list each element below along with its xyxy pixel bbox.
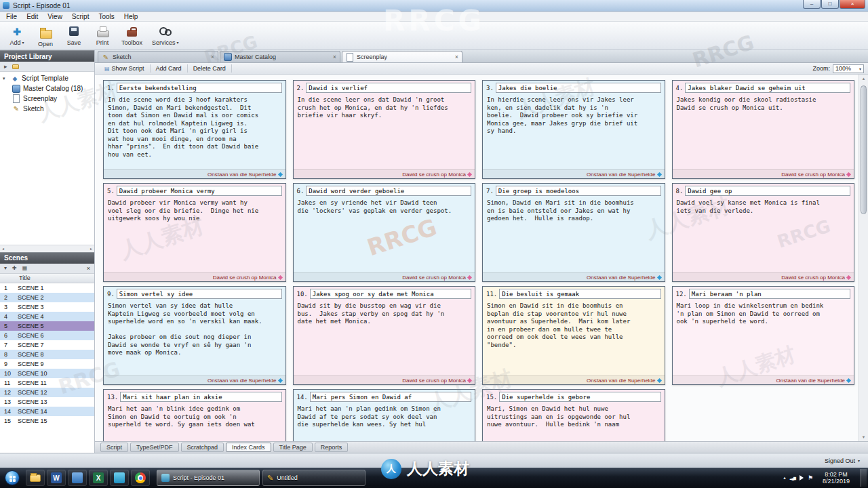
card-title-input[interactable]: Jakes blaker Dawid se geheim uit	[685, 83, 850, 93]
card-body-text[interactable]: In die scene leer ons dat Dawid 'n groot…	[294, 94, 475, 169]
scene-row-15[interactable]: 15SCENE 15	[0, 416, 94, 426]
index-card-1[interactable]: 1.Eerste bekendstellingIn die scene word…	[103, 80, 286, 179]
close-icon[interactable]: ×	[455, 54, 458, 60]
card-body-text[interactable]: Dawid voel sy kanse met Monica is final …	[673, 197, 854, 272]
card-title-input[interactable]: Mari sit haar plan in aksie	[120, 392, 281, 402]
card-title-input[interactable]: Jakes die boelie	[496, 83, 661, 93]
view-tab-scratchpad[interactable]: Scratchpad	[181, 443, 224, 452]
view-tab-reports[interactable]: Reports	[315, 443, 349, 452]
scene-row-13[interactable]: 13SCENE 13	[0, 397, 94, 407]
library-item-sketch[interactable]: Sketch	[0, 104, 94, 114]
scene-row-8[interactable]: 8SCENE 8	[0, 350, 94, 359]
toolbox-button[interactable]: Toolbox	[118, 23, 146, 49]
card-body-text[interactable]: Simon, Dawid en Mari sit in die boomhuis…	[483, 197, 665, 272]
tree-horizontal-scrollbar[interactable]: ◂ ▸	[0, 245, 94, 252]
network-icon[interactable]: ▂▄▆	[790, 476, 795, 480]
index-card-11[interactable]: 11.Die besluit is gemaakSimon en Dawid s…	[482, 286, 665, 385]
card-title-input[interactable]: Dawid gee op	[685, 186, 850, 196]
view-tab-typeset-pdf[interactable]: TypeSet/PDF	[130, 443, 179, 452]
view-tab-script[interactable]: Script	[100, 443, 128, 452]
view-tab-title-page[interactable]: Title Page	[273, 443, 313, 452]
tab-screenplay[interactable]: Screenplay×	[342, 51, 462, 62]
card-category-label[interactable]: Dawid se crush op Monica	[213, 274, 277, 281]
grid-icon[interactable]: ▦	[22, 265, 28, 271]
index-card-9[interactable]: 9.Simon vertel sy ideeSimon vertel van s…	[103, 286, 286, 385]
add-card-button[interactable]: Add Card	[151, 64, 188, 73]
card-category-label[interactable]: Dawid se crush op Monica	[781, 171, 845, 178]
menu-edit[interactable]: Edit	[22, 12, 43, 21]
card-body-text[interactable]: Dawid sit by die busstop en wag vir die …	[294, 300, 475, 375]
scene-row-7[interactable]: 7SCENE 7	[0, 340, 94, 350]
close-icon[interactable]: ×	[333, 54, 336, 60]
card-body-text[interactable]: Mari loop in die winkelsentrum en bedink…	[673, 300, 854, 375]
taskbar-window-untitled[interactable]: Untitled	[262, 470, 366, 486]
card-category-label[interactable]: Dawid se crush op Monica	[781, 274, 845, 281]
scene-row-10[interactable]: 10SCENE 10	[0, 369, 94, 378]
card-body-text[interactable]: In die scene word die 3 hoof karakters S…	[104, 94, 285, 169]
card-category-label[interactable]: Onstaan van die Superhelde	[776, 378, 845, 384]
card-body-text[interactable]: Jakes en sy vriende het vir Dawid teen d…	[294, 197, 475, 272]
close-icon[interactable]: ×	[87, 265, 90, 272]
volume-icon[interactable]	[800, 475, 804, 481]
card-title-input[interactable]: Mari beraam 'n plan	[689, 289, 850, 299]
library-item-master-catalog-18[interactable]: Master Catalog (18)	[0, 83, 94, 94]
chevron-right-icon[interactable]: ▸	[4, 63, 7, 70]
index-card-8[interactable]: 8.Dawid gee opDawid voel sy kanse met Mo…	[672, 183, 855, 282]
library-root-script-template[interactable]: ▾ Script Template	[0, 73, 94, 83]
card-title-input[interactable]: Eerste bekendstelling	[117, 83, 282, 93]
card-category-label[interactable]: Onstaan van die Superhelde	[208, 171, 276, 178]
tab-sketch[interactable]: Sketch×	[98, 51, 218, 62]
tab-master-catalog[interactable]: Master Catalog×	[220, 51, 340, 62]
card-title-input[interactable]: Jakes spog oor sy date met Monica	[310, 289, 471, 299]
scene-row-11[interactable]: 11SCENE 11	[0, 378, 94, 388]
scroll-up-icon[interactable]: ▲	[859, 77, 868, 81]
show-desktop-button[interactable]	[861, 469, 867, 487]
card-category-label[interactable]: Onstaan van die Superhelde	[208, 378, 276, 384]
menu-file[interactable]: File	[1, 12, 22, 21]
action-center-icon[interactable]: ⚑	[808, 474, 813, 481]
scrollbar-thumb[interactable]	[861, 85, 867, 214]
services-button[interactable]: Services▾	[149, 23, 182, 49]
card-category-label[interactable]: Onstaan van die Superhelde	[587, 274, 655, 281]
card-title-input[interactable]: Die besluit is gemaak	[499, 289, 660, 299]
tray-expand-icon[interactable]: ▴	[783, 475, 786, 481]
print-button[interactable]: Print	[90, 23, 115, 49]
delete-card-button[interactable]: Delete Card	[188, 64, 232, 73]
index-card-12[interactable]: 12.Mari beraam 'n planMari loop in die w…	[672, 286, 855, 385]
expander-icon[interactable]: ▾	[3, 76, 8, 81]
menu-help[interactable]: Help	[119, 12, 143, 21]
card-body-text[interactable]: Mari het aan 'n blink idee gedink om Sim…	[104, 403, 285, 441]
index-card-10[interactable]: 10.Jakes spog oor sy date met MonicaDawi…	[293, 286, 476, 385]
card-body-text[interactable]: Mari, Simon en Dawid het hul nuwe uitrus…	[483, 403, 665, 441]
minimize-button[interactable]: –	[803, 0, 821, 9]
view-tab-index-cards[interactable]: Index Cards	[226, 443, 271, 452]
word-taskbar-button[interactable]	[47, 470, 66, 486]
zoom-select[interactable]: 100% ▾	[833, 64, 864, 73]
show-script-button[interactable]: ▤Show Script	[99, 64, 151, 73]
close-button[interactable]: ×	[840, 0, 865, 9]
menu-tools[interactable]: Tools	[94, 12, 119, 21]
close-icon[interactable]: ×	[211, 54, 214, 60]
explorer-taskbar-button[interactable]	[26, 470, 45, 486]
save-button[interactable]: Save	[61, 23, 87, 49]
index-card-15[interactable]: 15.Die superhelde is geboreMari, Simon e…	[482, 389, 665, 441]
card-title-input[interactable]: Dawid probeer Monica vermy	[117, 186, 282, 196]
taskbar-clock[interactable]: 8:02 PM 8/21/2019	[817, 471, 855, 485]
index-card-7[interactable]: 7.Die groep is moedeloosSimon, Dawid en …	[482, 183, 665, 282]
card-title-input[interactable]: Mari pers Simon en Dawid af	[310, 392, 471, 402]
index-card-14[interactable]: 14.Mari pers Simon en Dawid afMari het a…	[293, 389, 476, 441]
excel-taskbar-button[interactable]	[89, 470, 108, 486]
card-category-label[interactable]: Onstaan van die Superhelde	[587, 171, 655, 178]
card-title-input[interactable]: Simon vertel sy idee	[117, 289, 282, 299]
scene-row-9[interactable]: 9SCENE 9	[0, 359, 94, 369]
scene-row-1[interactable]: 1SCENE 1	[0, 283, 94, 293]
index-card-2[interactable]: 2.Dawid is verliefIn die scene leer ons …	[293, 80, 476, 179]
scene-row-2[interactable]: 2SCENE 2	[0, 293, 94, 302]
card-category-label[interactable]: Dawid se crush op Monica	[402, 378, 466, 384]
card-body-text[interactable]: Simon vertel van sy idee dat hulle Kapte…	[104, 300, 285, 375]
add-button[interactable]: Add▾	[4, 23, 30, 49]
index-card-4[interactable]: 4.Jakes blaker Dawid se geheim uitJakes …	[672, 80, 855, 179]
scroll-left-icon[interactable]: ◂	[2, 246, 4, 251]
add-scene-icon[interactable]: ✚	[12, 265, 17, 271]
index-card-6[interactable]: 6.Dawid word verder geboelieJakes en sy …	[293, 183, 476, 282]
